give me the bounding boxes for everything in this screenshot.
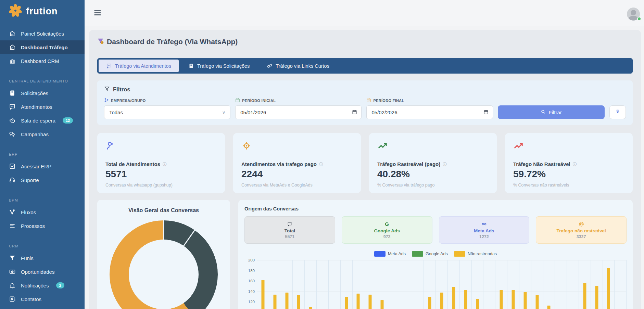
page-title-row: $ Dashboard de Tráfego (Via WhatsApp) [97,38,633,46]
bar-slot [316,260,328,309]
sidebar-item-processos[interactable]: Processos [0,219,85,233]
bar-slot [257,260,269,309]
sidebar-item-fluxos[interactable]: Fluxos [0,205,85,219]
info-icon[interactable]: ⓘ [319,162,323,166]
chat-bubble-icon [106,63,112,69]
bar-slot [519,260,531,309]
origin-box-label: Google Ads [374,228,400,233]
bar-slot [412,260,424,309]
legend-label: Meta Ads [388,252,406,256]
sidebar-item-solicitacoes[interactable]: Solicitações [0,86,85,100]
sidebar-item-atendimentos[interactable]: Atendimentos [0,100,85,114]
bar [345,297,348,309]
sidebar-item-funis[interactable]: Funis [0,251,85,265]
bar-slot [614,260,626,309]
stat-cards-row: Total de Atendimentos ⓘ 5571 Conversas v… [97,133,633,193]
brush-icon [615,109,621,116]
bar-slot [579,260,591,309]
periodo-final-input[interactable] [366,105,493,119]
bar-slots [257,260,627,309]
stat-title: Total de Atendimentos [105,161,160,167]
count-badge: 2 [56,282,64,288]
bar [297,295,300,309]
bar [464,290,467,309]
tab-label: Tráfego via Atendimentos [115,63,171,69]
sidebar-item-sala-de-espera[interactable]: Sala de espera12 [0,114,85,127]
chat-square-sm-icon [287,221,292,227]
sidebar-item-oportunidades[interactable]: Oportunidades [0,265,85,279]
flow-icon [9,209,16,216]
bar-chart: 200180160140120 [257,260,627,309]
sitemap-icon [104,98,109,103]
sidebar-item-painel-solicitacoes[interactable]: Painel Solicitações [0,27,85,40]
donut-chart-title: Visão Geral das Conversas [103,207,225,214]
origin-box-total[interactable]: Total5571 [244,216,335,244]
filtrar-button[interactable]: Filtrar [498,105,605,119]
brand-logo[interactable]: frution [0,0,85,22]
chevron-down-icon: ∨ [222,110,226,115]
sidebar-item-dashboard-trafego[interactable]: Dashboard Tráfego [0,40,85,54]
bar-slot [471,260,483,309]
sidebar-item-suporte[interactable]: Suporte [0,173,85,187]
info-icon[interactable]: ⓘ [163,162,167,166]
stopwatch-icon [9,117,16,124]
legend-item-nao-rastreadas[interactable]: Não rastreadas [454,251,497,257]
bar [595,286,598,309]
stat-subtitle: % Conversas via tráfego pago [377,183,489,188]
bar-slot [292,260,304,309]
origin-panel-title: Origem das Conversas [244,206,627,211]
info-icon[interactable]: ⓘ [443,162,447,166]
periodo-final-field: PERÍODO FINAL [366,98,493,119]
origin-box-trafego-nao-rastreavel[interactable]: Trafego não rastreável3327 [536,216,627,244]
legend-item-meta-ads[interactable]: Meta Ads [374,251,406,257]
home-icon [9,44,16,51]
sidebar-item-label: Atendimentos [21,104,52,110]
y-tick-label: 120 [245,300,255,304]
chat-icon [9,103,16,110]
bar [512,290,515,309]
sidebar-item-label: Fluxos [21,209,36,215]
bar [261,280,264,309]
origin-box-value: 1272 [479,234,489,239]
tab-trafego-via-solicitacoes[interactable]: Tráfego via Solicitações [181,60,257,72]
bar-slot [591,260,603,309]
stat-title: Tráfego Rastreável (pago) [377,161,440,167]
empresa-grupo-select[interactable]: Todas ∨ [104,105,230,119]
periodo-inicial-input[interactable] [235,105,362,119]
sidebar-item-notificacoes[interactable]: Notificações2 [0,279,85,292]
periodo-inicial-label: PERÍODO INICIAL [235,98,362,103]
origin-box-meta-ads[interactable]: Meta Ads1272 [439,216,530,244]
sidebar-item-label: Acessar ERP [21,164,51,169]
sidebar-item-label: Painel Solicitações [21,31,64,37]
avatar-body [629,16,638,21]
sidebar-item-dashboard-crm[interactable]: Dashboard CRM [0,54,85,68]
calendar-picker-icon[interactable] [352,109,357,115]
sidebar-item-contatos[interactable]: Contatos [0,292,85,306]
avatar-head [631,10,636,15]
legend-item-google-ads[interactable]: Google Ads [412,251,448,257]
calendar-picker-icon[interactable] [483,109,489,115]
donut-panel: Visão Geral das Conversas [97,200,230,309]
bar [500,290,503,309]
bar-slot [328,260,340,309]
sidebar-item-label: Suporte [21,177,39,183]
tab-trafego-via-atendimentos[interactable]: Tráfego via Atendimentos [99,60,179,72]
hamburger-menu-icon[interactable] [94,10,101,15]
charts-row: Visão Geral das Conversas Origem das Con… [97,200,633,309]
stat-subtitle: Conversas via whatsapp (gupshup) [105,183,217,188]
sidebar-section-crm: CRM [0,241,85,251]
headset-icon [9,177,16,183]
origin-box-google-ads[interactable]: GGoogle Ads972 [342,216,432,244]
origin-box-label: Total [285,228,295,233]
stat-title: Tráfego Não Rastreável [513,161,570,167]
sidebar-item-acessar-erp[interactable]: Acessar ERP [0,159,85,173]
stat-value: 5571 [105,169,217,180]
tab-trafego-via-links-curtos[interactable]: Tráfego via Links Curtos [259,60,337,72]
info-icon[interactable]: ⓘ [573,162,577,166]
clear-filters-button[interactable] [609,105,626,119]
sidebar-item-campanhas[interactable]: Campanhas [0,127,85,141]
sidebar-section-erp: ERP [0,149,85,159]
bar-chart-legend: Meta AdsGoogle AdsNão rastreadas [244,251,627,257]
home-icon [9,30,16,37]
bar [452,287,455,309]
